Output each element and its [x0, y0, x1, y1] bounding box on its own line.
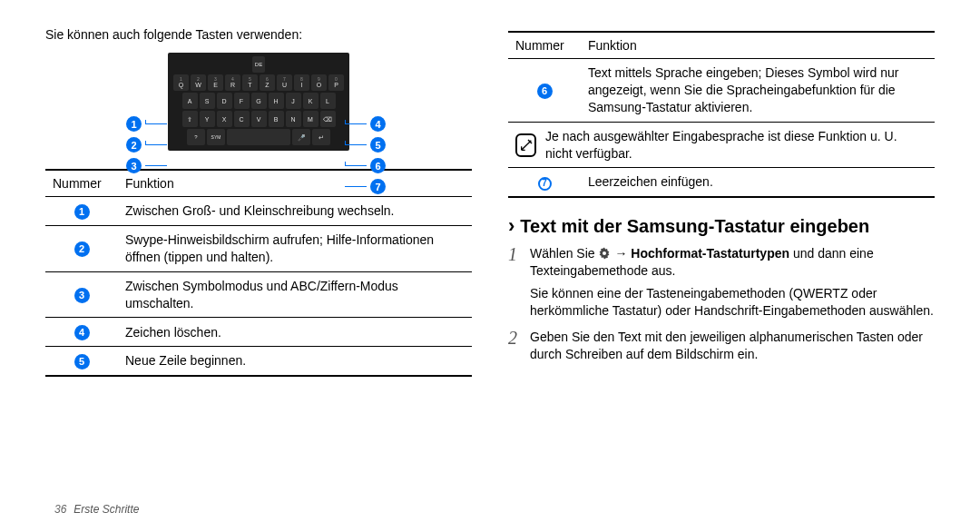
key: 8I: [294, 74, 309, 91]
step-number: 1: [508, 245, 521, 320]
page-footer: 36 Erste Schritte: [54, 503, 139, 516]
step-item: 1 Wählen Sie → Hochformat-Tastaturtypen …: [508, 245, 935, 320]
table-header-function: Funktion: [118, 170, 472, 197]
keyboard-row: ⇧ Y X C V B N M ⌫: [172, 111, 346, 127]
callout-badge: 1: [126, 116, 142, 132]
table-row: 6 Text mittels Sprache eingeben; Dieses …: [508, 59, 935, 123]
callout-badge: 4: [370, 116, 386, 132]
lang-key: DE: [252, 56, 265, 73]
backspace-key: ⌫: [320, 111, 336, 127]
key: J: [286, 93, 301, 109]
keyboard-body: DE 1Q 2W 3E 4R 5T 6Z 7U 8I 9O 0P: [168, 53, 349, 151]
function-table-right: Nummer Funktion 6 Text mittels Sprache e…: [508, 31, 935, 198]
row-text: Leerzeichen einfügen.: [581, 168, 935, 197]
row-number-badge: 7: [538, 177, 552, 191]
table-row: 5 Neue Zeile beginnen.: [45, 347, 472, 376]
table-header-function: Funktion: [581, 32, 935, 59]
row-text: Text mittels Sprache eingeben; Dieses Sy…: [581, 59, 935, 123]
step-body: Wählen Sie → Hochformat-Tastaturtypen un…: [530, 245, 935, 320]
space-key: [227, 129, 290, 145]
callout-badge: 7: [370, 179, 386, 194]
row-number-badge: 6: [537, 84, 553, 99]
function-table-left: Nummer Funktion 1 Zwischen Groß- und Kle…: [45, 169, 472, 377]
svg-point-1: [603, 251, 606, 255]
key: M: [303, 111, 318, 127]
key: 5T: [242, 74, 258, 91]
callouts-right: 4 5 6 7: [345, 116, 386, 194]
keyboard-row: ? SYM 🎤 ↵: [172, 129, 346, 145]
help-key: ?: [187, 129, 205, 145]
step-extra: Sie können eine der Tasteneingabemethode…: [530, 285, 935, 320]
key: V: [251, 111, 267, 127]
row-number-badge: 3: [74, 288, 90, 303]
callouts-left: 1 2 3: [126, 116, 167, 173]
page-number: 36: [54, 503, 66, 516]
row-number-badge: 5: [74, 354, 90, 369]
key: S: [200, 93, 215, 109]
row-text: Swype-Hinweisbildschirm aufrufen; Hilfe-…: [118, 225, 472, 271]
key: 0P: [328, 74, 344, 91]
row-number-badge: 2: [74, 241, 90, 257]
row-text: Zeichen löschen.: [118, 318, 472, 347]
table-row: 2 Swype-Hinweisbildschirm aufrufen; Hilf…: [45, 225, 472, 271]
note-icon: [515, 133, 536, 157]
key: 1Q: [173, 74, 189, 91]
key: G: [251, 93, 267, 109]
step-item: 2 Geben Sie den Text mit den jeweiligen …: [508, 329, 935, 363]
callout-badge: 5: [370, 137, 386, 153]
step-list: 1 Wählen Sie → Hochformat-Tastaturtypen …: [508, 245, 935, 362]
key: A: [182, 93, 198, 109]
key: C: [234, 111, 250, 127]
step-body: Geben Sie den Text mit den jeweiligen al…: [530, 329, 935, 363]
shift-key: ⇧: [182, 111, 198, 127]
key: 6Z: [260, 74, 275, 91]
mic-key: 🎤: [292, 129, 310, 145]
keyboard-lang-row: DE: [172, 56, 346, 73]
table-row: 7 Leerzeichen einfügen.: [508, 168, 935, 197]
key: 7U: [277, 74, 292, 91]
key: B: [269, 111, 284, 127]
step-number: 2: [508, 329, 521, 363]
table-header-number: Nummer: [508, 32, 581, 59]
key: L: [320, 93, 336, 109]
keyboard-illustration: DE 1Q 2W 3E 4R 5T 6Z 7U 8I 9O 0P: [45, 53, 472, 151]
key: 2W: [191, 74, 206, 91]
key: 4R: [225, 74, 240, 91]
intro-text: Sie können auch folgende Tasten verwende…: [45, 27, 472, 42]
table-note-row: Je nach ausgewählter Eingabesprache ist …: [508, 122, 935, 168]
enter-key: ↵: [312, 129, 330, 145]
key: D: [217, 93, 232, 109]
keyboard-row: A S D F G H J K L: [172, 93, 346, 109]
key: 9O: [311, 74, 327, 91]
key: F: [234, 93, 250, 109]
key: Y: [200, 111, 215, 127]
table-header-number: Nummer: [45, 170, 118, 197]
section-heading: Text mit der Samsung-Tastatur eingeben: [508, 214, 935, 238]
row-number-badge: 1: [74, 204, 90, 220]
row-text: Neue Zeile beginnen.: [118, 347, 472, 376]
table-row: 4 Zeichen löschen.: [45, 318, 472, 347]
note-text: Je nach ausgewählter Eingabesprache ist …: [545, 128, 927, 163]
row-number-badge: 4: [74, 325, 90, 340]
keyboard-row: 1Q 2W 3E 4R 5T 6Z 7U 8I 9O 0P: [172, 74, 346, 91]
row-text: Zwischen Symbolmodus und ABC/Ziffern-Mod…: [118, 271, 472, 318]
key: N: [286, 111, 301, 127]
table-row: 1 Zwischen Groß- und Kleinschreibung wec…: [45, 197, 472, 226]
callout-badge: 6: [370, 158, 386, 173]
sym-key: SYM: [207, 129, 225, 145]
footer-section: Erste Schritte: [74, 503, 139, 516]
key: K: [303, 93, 318, 109]
gear-icon: [598, 247, 611, 260]
key: X: [217, 111, 232, 127]
key: 3E: [208, 74, 223, 91]
key: H: [269, 93, 284, 109]
callout-badge: 2: [126, 137, 142, 153]
callout-badge: 3: [126, 158, 142, 173]
table-row: 3 Zwischen Symbolmodus und ABC/Ziffern-M…: [45, 271, 472, 318]
row-text: Zwischen Groß- und Kleinschreibung wechs…: [118, 197, 472, 226]
